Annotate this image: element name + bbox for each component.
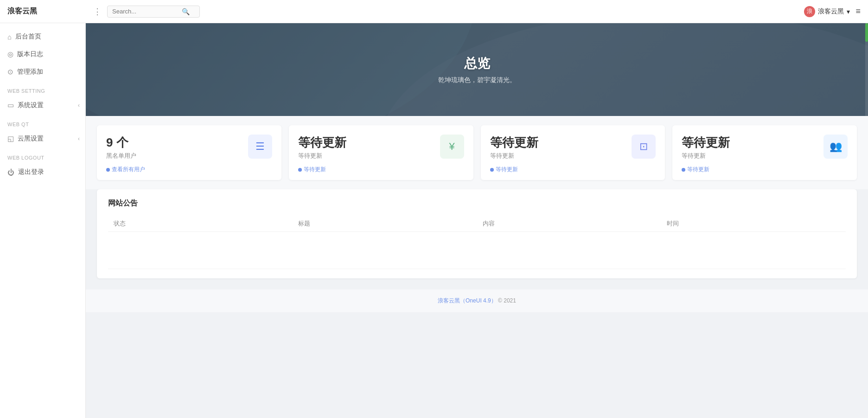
layout: ⌂ 后台首页 ◎ 版本日志 ⊙ 管理添加 WEB SETTING ▭ 系统设置 … — [0, 23, 868, 418]
announcement-title: 网站公告 — [108, 199, 846, 208]
stat-card-top-blacklist: 9 个 黑名单用户 ☰ — [106, 135, 272, 160]
stat-card-top-pending2: 等待更新 等待更新 ⊡ — [490, 135, 656, 160]
stat-card-value-blacklist: 9 个 — [106, 135, 136, 151]
scrollbar[interactable] — [865, 23, 868, 116]
stat-card-pending1: 等待更新 等待更新 ¥ 等待更新 — [289, 125, 473, 180]
navbar: 浪客云黑 ⋮ 🔍 浪 浪客云黑 ▾ ≡ — [0, 0, 868, 23]
avatar: 浪 — [804, 6, 815, 17]
sidebar-label-cloud-settings: 云黑设置 — [18, 135, 44, 143]
table-empty — [108, 232, 846, 269]
sidebar-icon-system-settings: ▭ — [7, 101, 14, 109]
sidebar-arrow-cloud-settings: ‹ — [78, 135, 80, 142]
stat-link-text-pending3: 等待更新 — [687, 166, 709, 174]
sidebar: ⌂ 后台首页 ◎ 版本日志 ⊙ 管理添加 WEB SETTING ▭ 系统设置 … — [0, 23, 86, 418]
announcement-section: 网站公告 状态标题内容时间 — [97, 189, 857, 278]
user-name: 浪客云黑 — [818, 7, 844, 16]
stat-card-link-blacklist[interactable]: 查看所有用户 — [106, 166, 272, 174]
stat-card-value-pending1: 等待更新 — [298, 135, 346, 151]
stat-card-icon-pending1: ¥ — [440, 135, 464, 159]
stat-card-icon-pending2: ⊡ — [632, 135, 656, 159]
main-content: 总览 乾坤琉璃色，碧宇凝清光。 9 个 黑名单用户 ☰ 查看所有用户 等待更新 … — [86, 23, 868, 418]
announcement-col-1: 标题 — [293, 216, 477, 232]
brand-title: 浪客云黑 — [7, 6, 93, 16]
search-box: 🔍 — [107, 6, 200, 18]
sidebar-icon-logout: ⏻ — [7, 168, 14, 176]
sidebar-section-label-2: WEB QT — [0, 114, 85, 130]
stat-link-dot-pending1 — [298, 168, 302, 172]
stat-card-icon-blacklist: ☰ — [248, 135, 272, 159]
stat-card-pending2: 等待更新 等待更新 ⊡ 等待更新 — [481, 125, 665, 180]
stat-link-dot-blacklist — [106, 168, 110, 172]
sidebar-label-manage-add: 管理添加 — [17, 68, 43, 76]
stat-card-blacklist: 9 个 黑名单用户 ☰ 查看所有用户 — [97, 125, 281, 180]
sidebar-icon-manage-add: ⊙ — [7, 68, 13, 76]
footer-year: © 2021 — [498, 297, 516, 304]
stat-link-dot-pending3 — [682, 168, 685, 172]
hero-banner: 总览 乾坤琉璃色，碧宇凝清光。 — [86, 23, 868, 116]
sidebar-section-label-3: WEB LOGOUT — [0, 148, 85, 163]
sidebar-item-manage-add[interactable]: ⊙ 管理添加 — [0, 63, 85, 81]
footer: 浪客云黑（OneUI 4.9） © 2021 — [86, 289, 868, 312]
stat-card-top-pending3: 等待更新 等待更新 👥 — [682, 135, 848, 160]
sidebar-icon-changelog: ◎ — [7, 50, 13, 58]
stat-link-text-blacklist: 查看所有用户 — [112, 166, 145, 174]
search-icon: 🔍 — [182, 8, 190, 15]
stat-card-label-pending2: 等待更新 — [490, 152, 538, 160]
hamburger-icon[interactable]: ≡ — [855, 6, 861, 16]
sidebar-item-home[interactable]: ⌂ 后台首页 — [0, 28, 85, 45]
stat-card-value-pending2: 等待更新 — [490, 135, 538, 151]
scrollbar-thumb — [865, 23, 868, 42]
stats-section: 9 个 黑名单用户 ☰ 查看所有用户 等待更新 等待更新 ¥ 等待更新 等待更新… — [86, 116, 868, 189]
stat-card-link-pending1[interactable]: 等待更新 — [298, 166, 464, 174]
stat-card-pending3: 等待更新 等待更新 👥 等待更新 — [672, 125, 857, 180]
stat-card-value-pending3: 等待更新 — [682, 135, 730, 151]
stats-grid: 9 个 黑名单用户 ☰ 查看所有用户 等待更新 等待更新 ¥ 等待更新 等待更新… — [97, 125, 857, 180]
sidebar-arrow-system-settings: ‹ — [78, 102, 80, 109]
sidebar-label-logout: 退出登录 — [18, 168, 44, 176]
search-input[interactable] — [112, 8, 182, 15]
sidebar-label-changelog: 版本日志 — [17, 50, 43, 58]
stat-card-label-pending3: 等待更新 — [682, 152, 730, 160]
stat-card-label-blacklist: 黑名单用户 — [106, 152, 136, 160]
sidebar-item-cloud-settings[interactable]: ◱ 云黑设置 ‹ — [0, 130, 85, 148]
sidebar-icon-home: ⌂ — [7, 33, 12, 41]
stat-link-dot-pending2 — [490, 168, 494, 172]
footer-brand[interactable]: 浪客云黑（OneUI 4.9） — [438, 297, 497, 304]
announcement-table: 状态标题内容时间 — [108, 216, 846, 269]
dropdown-arrow-icon: ▾ — [847, 8, 850, 15]
stat-link-text-pending1: 等待更新 — [304, 166, 326, 174]
stat-card-label-pending1: 等待更新 — [298, 152, 346, 160]
sidebar-item-changelog[interactable]: ◎ 版本日志 — [0, 45, 85, 63]
dots-icon[interactable]: ⋮ — [93, 6, 102, 17]
hero-title: 总览 — [464, 55, 490, 72]
announcement-col-2: 内容 — [477, 216, 662, 232]
sidebar-section-label-1: WEB SETTING — [0, 81, 85, 96]
announcement-col-3: 时间 — [661, 216, 846, 232]
stat-card-link-pending3[interactable]: 等待更新 — [682, 166, 848, 174]
sidebar-label-home: 后台首页 — [15, 32, 41, 41]
user-menu[interactable]: 浪 浪客云黑 ▾ — [804, 6, 850, 17]
stat-card-top-pending1: 等待更新 等待更新 ¥ — [298, 135, 464, 160]
stat-card-link-pending2[interactable]: 等待更新 — [490, 166, 656, 174]
sidebar-item-logout[interactable]: ⏻ 退出登录 — [0, 163, 85, 181]
sidebar-icon-cloud-settings: ◱ — [7, 135, 14, 143]
stat-link-text-pending2: 等待更新 — [496, 166, 518, 174]
announcement-col-0: 状态 — [108, 216, 293, 232]
navbar-right: 浪 浪客云黑 ▾ ≡ — [804, 6, 861, 17]
hero-subtitle: 乾坤琉璃色，碧宇凝清光。 — [438, 76, 516, 84]
sidebar-item-system-settings[interactable]: ▭ 系统设置 ‹ — [0, 96, 85, 114]
stat-card-icon-pending3: 👥 — [823, 135, 848, 159]
sidebar-label-system-settings: 系统设置 — [18, 101, 44, 109]
